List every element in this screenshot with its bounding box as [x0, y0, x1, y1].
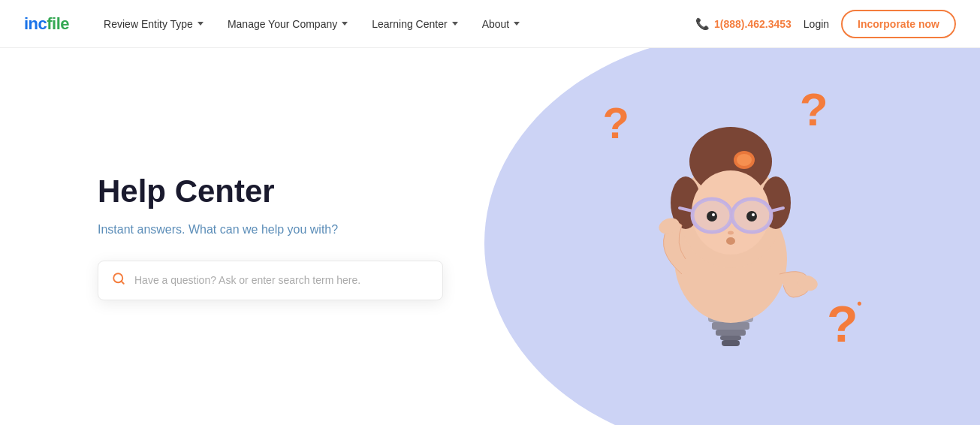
svg-rect-5 [720, 336, 741, 340]
chevron-down-icon [198, 22, 204, 26]
svg-point-28 [728, 231, 734, 235]
hero-subtitle: Instant answers. What can we help you wi… [98, 223, 481, 237]
character-container: ? ? ? • [588, 79, 873, 394]
svg-rect-6 [722, 340, 740, 346]
svg-point-24 [746, 211, 757, 222]
svg-rect-4 [716, 330, 746, 336]
phone-link[interactable]: 📞 1(888).462.3453 [695, 17, 792, 31]
chevron-down-icon [452, 22, 458, 26]
nav-label-review-entity: Review Entity Type [104, 18, 193, 30]
incorporate-button[interactable]: Incorporate now [841, 10, 956, 38]
nav-label-manage-company: Manage Your Company [228, 18, 337, 30]
login-button[interactable]: Login [804, 18, 829, 30]
chevron-down-icon [342, 22, 348, 26]
hero-title: Help Center [98, 173, 481, 210]
hero-content: Help Center Instant answers. What can we… [0, 48, 481, 425]
hero-section: Help Center Instant answers. What can we… [0, 48, 980, 425]
question-mark-1: ? [603, 101, 629, 145]
hero-illustration: ? ? ? • [481, 48, 980, 425]
phone-icon: 📞 [695, 17, 710, 31]
question-mark-2: ? [800, 86, 828, 133]
svg-point-14 [737, 154, 752, 166]
nav-item-learning-center[interactable]: Learning Center [361, 12, 468, 36]
search-icon [112, 272, 125, 289]
logo-text: incfile [24, 14, 69, 34]
search-placeholder-text: Have a question? Ask or enter search ter… [134, 274, 360, 286]
svg-point-25 [712, 213, 715, 216]
character-svg [633, 79, 828, 364]
nav-item-review-entity[interactable]: Review Entity Type [93, 12, 214, 36]
logo-inc: inc [24, 14, 47, 33]
nav-items: Review Entity Type Manage Your Company L… [93, 12, 695, 36]
nav-label-about: About [482, 18, 510, 30]
phone-number: 1(888).462.3453 [714, 18, 792, 30]
nav-right: 📞 1(888).462.3453 Login Incorporate now [695, 10, 956, 38]
chevron-down-icon [514, 22, 520, 26]
search-box[interactable]: Have a question? Ask or enter search ter… [98, 261, 443, 300]
svg-point-27 [726, 237, 735, 245]
svg-rect-3 [712, 322, 749, 330]
question-mark-5: • [857, 296, 861, 312]
logo-file: file [47, 14, 69, 33]
svg-point-23 [707, 211, 717, 222]
nav-label-learning-center: Learning Center [372, 18, 447, 30]
svg-line-1 [121, 281, 123, 283]
navbar: incfile Review Entity Type Manage Your C… [0, 0, 980, 48]
nav-item-manage-company[interactable]: Manage Your Company [217, 12, 358, 36]
logo[interactable]: incfile [24, 14, 69, 34]
nav-item-about[interactable]: About [472, 12, 531, 36]
question-mark-4: ? [827, 298, 858, 349]
svg-point-26 [752, 213, 755, 216]
